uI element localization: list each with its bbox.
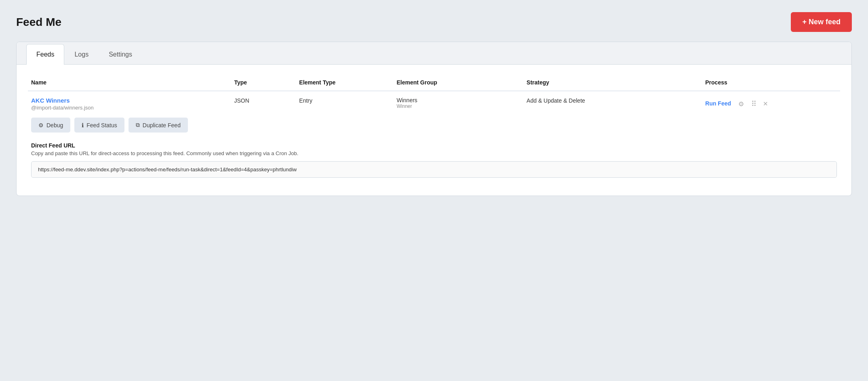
feed-element-group-sub: Winner (396, 103, 517, 109)
detail-buttons: ⚙ Debug ℹ Feed Status ⧉ Duplicate Feed (31, 118, 837, 133)
table-container: Name Type Element Type Element Group Str… (17, 65, 851, 196)
feed-type: JSON (234, 97, 249, 104)
feed-path: @import-data/winners.json (31, 105, 94, 111)
duplicate-feed-button[interactable]: ⧉ Duplicate Feed (129, 118, 188, 133)
direct-feed-section: Direct Feed URL Copy and paste this URL … (31, 142, 837, 178)
direct-feed-url[interactable]: https://feed-me.ddev.site/index.php?p=ac… (31, 161, 837, 178)
col-header-strategy: Strategy (523, 74, 702, 91)
col-header-name: Name (28, 74, 231, 91)
feed-element-type: Entry (299, 97, 312, 104)
feed-type-cell: JSON (231, 91, 296, 111)
feed-name-cell: AKC Winners @import-data/winners.json (28, 91, 231, 111)
table-header-row: Name Type Element Type Element Group Str… (28, 74, 840, 91)
tab-feeds[interactable]: Feeds (26, 44, 64, 65)
run-feed-link[interactable]: Run Feed (705, 100, 731, 107)
feed-status-label: Feed Status (86, 122, 117, 128)
feed-name-link[interactable]: AKC Winners (31, 97, 225, 104)
col-header-element-group: Element Group (393, 74, 523, 91)
page-title: Feed Me (16, 16, 61, 29)
col-header-element-type: Element Type (296, 74, 393, 91)
feed-detail-cell: ⚙ Debug ℹ Feed Status ⧉ Duplicate Feed (28, 111, 840, 186)
tab-logs[interactable]: Logs (64, 44, 99, 65)
feeds-table: Name Type Element Type Element Group Str… (28, 74, 840, 186)
direct-feed-title: Direct Feed URL (31, 142, 837, 149)
copy-icon: ⧉ (136, 122, 140, 128)
feed-element-group-name: Winners (396, 97, 517, 103)
tabs-bar: Feeds Logs Settings (17, 42, 851, 65)
nodes-icon[interactable]: ⠿ (750, 98, 757, 110)
col-header-process: Process (702, 74, 840, 91)
main-card: Feeds Logs Settings Name Type Element Ty… (16, 42, 852, 196)
debug-label: Debug (46, 122, 63, 128)
direct-feed-description: Copy and paste this URL for direct-acces… (31, 150, 837, 156)
new-feed-button[interactable]: + New feed (791, 12, 852, 32)
table-row: AKC Winners @import-data/winners.json JS… (28, 91, 840, 111)
feed-strategy-cell: Add & Update & Delete (523, 91, 702, 111)
debug-button[interactable]: ⚙ Debug (31, 118, 70, 133)
feed-element-type-cell: Entry (296, 91, 393, 111)
feed-process-cell: Run Feed ⚙ ⠿ ✕ (702, 91, 840, 111)
close-icon[interactable]: ✕ (761, 99, 770, 109)
page-header: Feed Me + New feed (16, 12, 852, 32)
info-icon: ℹ (82, 122, 84, 128)
debug-icon: ⚙ (38, 122, 44, 128)
tab-settings[interactable]: Settings (99, 44, 142, 65)
feed-status-button[interactable]: ℹ Feed Status (74, 118, 124, 133)
feed-detail-row: ⚙ Debug ℹ Feed Status ⧉ Duplicate Feed (28, 111, 840, 186)
feed-element-group-cell: Winners Winner (393, 91, 523, 111)
duplicate-feed-label: Duplicate Feed (143, 122, 181, 128)
gear-icon[interactable]: ⚙ (737, 99, 746, 109)
action-icons: ⚙ ⠿ ✕ (737, 97, 770, 110)
col-header-type: Type (231, 74, 296, 91)
feed-strategy: Add & Update & Delete (527, 97, 585, 104)
